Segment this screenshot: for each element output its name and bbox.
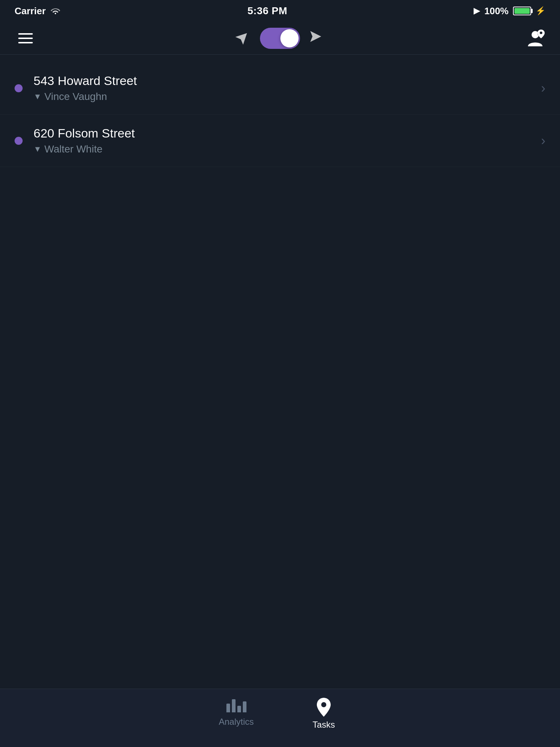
charging-icon: ⚡ bbox=[536, 6, 545, 16]
hamburger-line-1 bbox=[18, 33, 33, 35]
wifi-icon bbox=[50, 5, 61, 17]
navigate-icon[interactable] bbox=[233, 27, 255, 49]
hamburger-line-3 bbox=[18, 42, 33, 43]
list-item[interactable]: 543 Howard Street ▼ Vince Vaughn › bbox=[0, 62, 560, 115]
status-left: Carrier bbox=[15, 5, 61, 17]
nav-right bbox=[524, 27, 545, 49]
status-time: 5:36 PM bbox=[248, 5, 287, 17]
view-toggle[interactable] bbox=[260, 28, 300, 49]
tab-analytics[interactable]: Analytics bbox=[192, 689, 280, 727]
location-title: 620 Folsom Street bbox=[34, 126, 534, 140]
location-arrow-icon: ▶ bbox=[474, 6, 480, 16]
list-item-content: 543 Howard Street ▼ Vince Vaughn bbox=[34, 74, 534, 102]
dropdown-arrow-icon: ▼ bbox=[34, 92, 42, 101]
analytics-tab-label: Analytics bbox=[219, 717, 254, 727]
chevron-right-icon: › bbox=[541, 133, 545, 148]
location-list: 543 Howard Street ▼ Vince Vaughn › 620 F… bbox=[0, 55, 560, 174]
status-dot bbox=[15, 137, 23, 145]
tasks-tab-label: Tasks bbox=[312, 720, 335, 730]
chevron-right-icon: › bbox=[541, 81, 545, 96]
svg-point-3 bbox=[321, 702, 326, 707]
battery-icon bbox=[513, 7, 531, 15]
hamburger-button[interactable] bbox=[15, 30, 36, 47]
location-subtitle: ▼ Walter White bbox=[34, 143, 534, 155]
toggle-knob bbox=[280, 29, 299, 47]
status-right: ▶ 100% ⚡ bbox=[474, 5, 545, 17]
navigate-right-icon[interactable] bbox=[309, 30, 323, 47]
hamburger-line-2 bbox=[18, 38, 33, 39]
tab-bar: Analytics Tasks bbox=[0, 689, 560, 747]
profile-button[interactable] bbox=[524, 27, 545, 49]
tasks-pin-icon bbox=[316, 698, 332, 717]
assignee-name: Walter White bbox=[44, 143, 102, 155]
nav-center bbox=[237, 28, 323, 49]
tab-tasks[interactable]: Tasks bbox=[280, 689, 368, 730]
svg-point-2 bbox=[540, 31, 542, 34]
list-item[interactable]: 620 Folsom Street ▼ Walter White › bbox=[0, 115, 560, 167]
main-content: 543 Howard Street ▼ Vince Vaughn › 620 F… bbox=[0, 55, 560, 689]
nav-bar bbox=[0, 22, 560, 55]
location-title: 543 Howard Street bbox=[34, 74, 534, 88]
location-subtitle: ▼ Vince Vaughn bbox=[34, 91, 534, 102]
dropdown-arrow-icon: ▼ bbox=[34, 144, 42, 154]
assignee-name: Vince Vaughn bbox=[44, 91, 107, 102]
analytics-icon bbox=[226, 698, 246, 712]
status-bar: Carrier 5:36 PM ▶ 100% ⚡ bbox=[0, 0, 560, 22]
nav-left bbox=[15, 30, 36, 47]
list-item-content: 620 Folsom Street ▼ Walter White bbox=[34, 126, 534, 155]
carrier-label: Carrier bbox=[15, 5, 46, 17]
status-dot bbox=[15, 84, 23, 92]
battery-percent-label: 100% bbox=[484, 5, 509, 17]
